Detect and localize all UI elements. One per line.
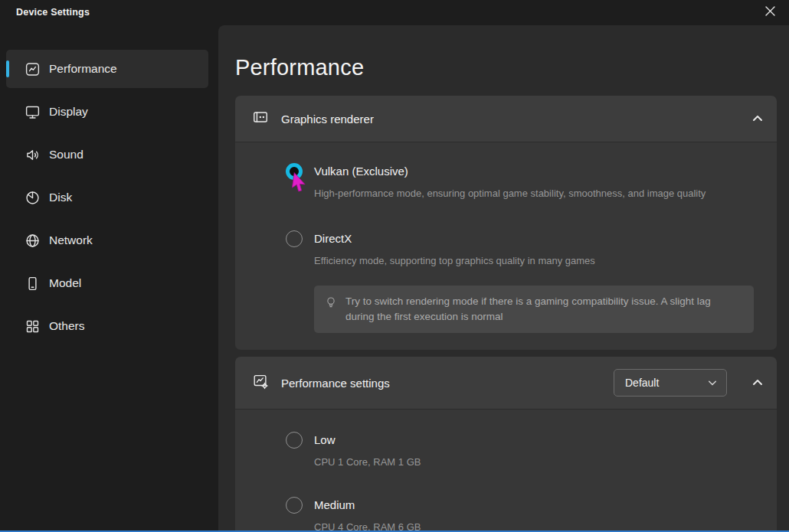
section-title: Graphics renderer	[281, 113, 740, 126]
chevron-up-icon[interactable]	[752, 113, 763, 124]
network-globe-icon	[25, 233, 41, 249]
radio-directx[interactable]	[286, 230, 303, 247]
rendering-tip-box: Try to switch rendering mode if there is…	[314, 286, 754, 333]
option-label: DirectX	[314, 230, 595, 247]
option-label: Low	[314, 432, 421, 449]
sidebar-item-sound[interactable]: Sound	[6, 135, 208, 174]
performance-settings-card: Performance settings Default Low CPU 1 C…	[235, 357, 777, 530]
sidebar-item-label: Network	[49, 233, 93, 247]
sidebar-item-display[interactable]: Display	[6, 93, 208, 131]
chevron-up-icon[interactable]	[752, 377, 763, 388]
sidebar-item-label: Performance	[49, 62, 117, 76]
radio-low[interactable]	[286, 432, 303, 449]
graphics-card-icon	[252, 109, 269, 129]
graphics-renderer-header[interactable]: Graphics renderer	[235, 96, 777, 142]
chevron-down-icon	[708, 378, 717, 387]
sidebar-item-network[interactable]: Network	[6, 221, 208, 259]
option-description: High-performance mode, ensuring optimal …	[314, 187, 706, 201]
close-button[interactable]	[754, 0, 786, 25]
sidebar-item-label: Model	[49, 276, 81, 290]
option-label: Medium	[314, 497, 421, 514]
settings-main-panel: Performance Graphics renderer Vulkan (Ex…	[218, 25, 789, 530]
display-icon	[25, 104, 41, 120]
option-low: Low CPU 1 Core, RAM 1 GB	[235, 410, 777, 469]
option-directx: DirectX Efficiency mode, supporting top …	[235, 230, 777, 268]
lightbulb-icon	[324, 294, 338, 312]
sidebar-item-label: Display	[49, 105, 88, 119]
titlebar: Device Settings	[0, 0, 789, 25]
performance-preset-dropdown[interactable]: Default	[614, 369, 727, 397]
performance-settings-body: Low CPU 1 Core, RAM 1 GB Medium CPU 4 Co…	[235, 409, 777, 530]
grid-others-icon	[25, 318, 41, 335]
disk-usage-icon	[25, 190, 41, 206]
sidebar-item-performance[interactable]: Performance	[6, 50, 208, 88]
sidebar-item-label: Sound	[49, 148, 83, 162]
option-description: CPU 4 Core, RAM 6 GB	[314, 521, 421, 530]
sidebar-item-disk[interactable]: Disk	[6, 178, 208, 217]
close-icon	[764, 5, 776, 20]
graphics-renderer-card: Graphics renderer Vulkan (Exclusive) Hig…	[235, 96, 777, 350]
tip-text: Try to switch rendering mode if there is…	[345, 294, 740, 325]
option-vulkan: Vulkan (Exclusive) High-performance mode…	[235, 142, 777, 201]
sidebar-item-others[interactable]: Others	[6, 307, 208, 345]
window-title: Device Settings	[16, 0, 90, 25]
radio-medium[interactable]	[286, 497, 303, 514]
radio-vulkan-selected[interactable]	[286, 163, 303, 180]
sidebar-item-label: Disk	[49, 191, 72, 204]
performance-settings-header[interactable]: Performance settings Default	[235, 357, 777, 409]
dropdown-value: Default	[625, 377, 708, 389]
option-description: CPU 1 Core, RAM 1 GB	[314, 455, 421, 469]
option-description: Efficiency mode, supporting top graphics…	[314, 254, 595, 268]
option-label: Vulkan (Exclusive)	[314, 163, 706, 180]
performance-icon	[25, 61, 41, 77]
page-title: Performance	[235, 54, 789, 81]
sidebar-item-model[interactable]: Model	[6, 264, 208, 302]
settings-sidebar: Performance Display Sound Disk Network M…	[0, 25, 218, 530]
sidebar-item-label: Others	[49, 319, 85, 333]
sound-icon	[25, 147, 41, 163]
graphics-renderer-body: Vulkan (Exclusive) High-performance mode…	[235, 142, 777, 350]
phone-model-icon	[25, 276, 41, 292]
selected-accent-bar	[6, 60, 9, 77]
option-medium: Medium CPU 4 Core, RAM 6 GB	[235, 497, 777, 530]
section-title: Performance settings	[281, 377, 601, 390]
performance-gear-icon	[252, 373, 269, 393]
